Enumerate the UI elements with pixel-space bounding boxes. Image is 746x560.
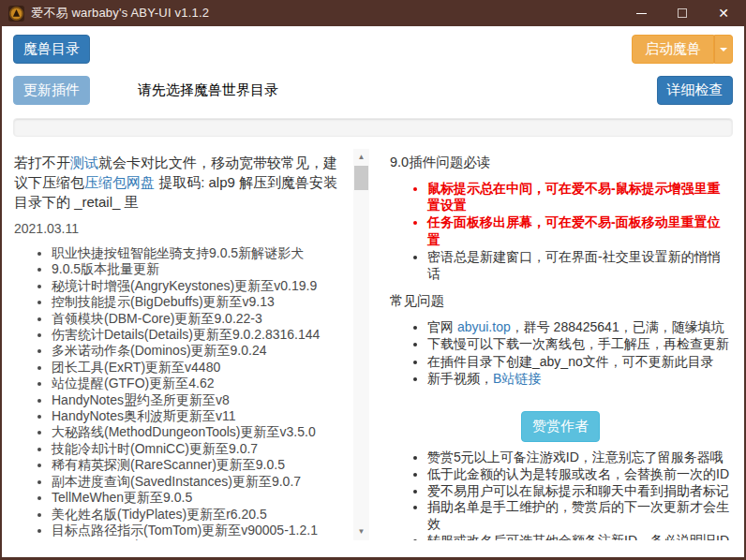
addon-update-list: 职业快捷按钮智能坐骑支持9.0.5新解谜影犬9.0.5版本批量更新秘境计时增强(… bbox=[14, 245, 347, 540]
scrollbar-thumb[interactable] bbox=[354, 166, 368, 190]
donate-row: 赞赏作者 bbox=[390, 411, 731, 442]
scroll-down-icon[interactable]: ▼ bbox=[353, 523, 369, 538]
faq-item: 官网 abyui.top，群号 288425641，已满，随缘填坑 bbox=[427, 318, 731, 335]
changelog-scrollbar[interactable]: ▲ ▼ bbox=[353, 149, 369, 540]
launch-wow-button[interactable]: 启动魔兽 bbox=[632, 35, 714, 64]
addon-update-item: 秘境计时增强(AngryKeystones)更新至v0.19.9 bbox=[52, 278, 347, 294]
addon-update-item: 目标点路径指示(TomTom)更新至v90005-1.2.1 bbox=[52, 523, 347, 538]
titlebar: 爱不易 warbaby's ABY-UI v1.1.2 ✕ bbox=[2, 0, 744, 26]
addon-update-item: 9.0.5版本批量更新 bbox=[52, 261, 347, 277]
addon-update-item: 稀有精英探测(RareScanner)更新至9.0.5 bbox=[52, 457, 347, 473]
must-read-list: 鼠标提示总在中间，可在爱不易-鼠标提示增强里重置设置任务面板移出屏幕，可在爱不易… bbox=[390, 180, 731, 282]
text-segment[interactable]: abyui.top bbox=[457, 319, 511, 334]
donate-note-item: 捐助名单是手工维护的，赞赏后的下一次更新才会生效 bbox=[427, 499, 731, 533]
faq-list: 官网 abyui.top，群号 288425641，已满，随缘填坑 下载慢可以下… bbox=[390, 318, 731, 387]
window-title: 爱不易 warbaby's ABY-UI v1.1.2 bbox=[31, 5, 209, 22]
changelog-panel: 若打不开测试就会卡对比文件，移动宽带较常见，建议下压缩包压缩包网盘 提取码: a… bbox=[13, 149, 369, 540]
text-segment: 下载慢可以下载一次离线包，手工解压，再检查更新 bbox=[427, 336, 729, 351]
text-segment: 官网 bbox=[427, 319, 457, 334]
must-read-item: 鼠标提示总在中间，可在爱不易-鼠标提示增强里重置设置 bbox=[427, 180, 731, 214]
donate-note-item: 爱不易用户可以在鼠标提示和聊天中看到捐助者标记 bbox=[427, 483, 731, 500]
addon-update-item: 职业快捷按钮智能坐骑支持9.0.5新解谜影犬 bbox=[52, 245, 347, 261]
addon-update-item: 首领模块(DBM-Core)更新至9.0.22-3 bbox=[52, 311, 347, 327]
faq-item: 下载慢可以下载一次离线包，手工解压，再检查更新 bbox=[427, 335, 731, 352]
app-window: 爱不易 warbaby's ABY-UI v1.1.2 ✕ 魔兽目录 启动魔兽 … bbox=[0, 0, 746, 560]
minimize-button[interactable] bbox=[620, 0, 662, 26]
text-segment: 在插件目录下创建_aby_no文件，可不更新此目录 bbox=[427, 354, 714, 369]
addon-update-item: 技能冷却计时(OmniCC)更新至9.0.7 bbox=[52, 441, 347, 457]
addon-update-item: WeakAura2更新至3.2.1 bbox=[52, 538, 347, 540]
help-panel: 9.0插件问题必读 鼠标提示总在中间，可在爱不易-鼠标提示增强里重置设置任务面板… bbox=[379, 149, 733, 540]
text-segment[interactable]: 测试 bbox=[70, 155, 98, 170]
addon-update-item: TellMeWhen更新至9.0.5 bbox=[52, 490, 347, 506]
caret-down-icon bbox=[720, 48, 727, 52]
app-logo-icon bbox=[8, 6, 24, 22]
donate-note-item: 转服或改名后可选其他金额备注新ID，务必说明旧ID bbox=[427, 533, 731, 540]
addon-update-item: 大秘路线(MethodDungeonTools)更新至v3.5.0 bbox=[52, 424, 347, 440]
minimize-icon bbox=[636, 13, 647, 14]
must-read-item: 任务面板移出屏幕，可在爱不易-面板移动里重置位置 bbox=[427, 214, 731, 247]
donate-note-item: 赞赏5元以上可备注游戏ID，注意别忘了留服务器哦 bbox=[427, 449, 731, 466]
faq-item: 新手视频，B站链接 bbox=[427, 370, 731, 387]
progress-bar bbox=[13, 118, 733, 137]
launch-dropdown-button[interactable] bbox=[714, 35, 733, 64]
toolbar-row-1: 魔兽目录 启动魔兽 bbox=[13, 35, 733, 64]
addon-update-item: 多米诺动作条(Dominos)更新至9.0.24 bbox=[52, 343, 347, 359]
addon-update-item: 团长工具(ExRT)更新至v4480 bbox=[52, 360, 347, 376]
window-controls: ✕ bbox=[620, 0, 744, 26]
scroll-up-icon[interactable]: ▲ bbox=[353, 149, 369, 164]
detail-check-button[interactable]: 详细检查 bbox=[657, 76, 733, 105]
addon-update-item: 伤害统计Details(Details)更新至9.0.2.8316.144 bbox=[52, 327, 347, 343]
addon-update-item: HandyNotes奥利波斯更新至v11 bbox=[52, 408, 347, 424]
addon-update-item: HandyNotes盟约圣所更新至v8 bbox=[52, 392, 347, 408]
faq-item: 在插件目录下创建_aby_no文件，可不更新此目录 bbox=[427, 353, 731, 370]
close-icon: ✕ bbox=[718, 7, 729, 20]
donate-button[interactable]: 赞赏作者 bbox=[521, 411, 600, 442]
maximize-button[interactable] bbox=[662, 0, 703, 26]
close-button[interactable]: ✕ bbox=[703, 0, 744, 26]
toolbar-row-2: 更新插件 请先选择魔兽世界目录 详细检查 bbox=[13, 76, 733, 105]
maximize-icon bbox=[678, 8, 687, 18]
addon-update-item: 美化姓名版(TidyPlates)更新至r6.20.5 bbox=[52, 507, 347, 523]
changelog-date: 2021.03.11 bbox=[14, 221, 347, 236]
wow-directory-button[interactable]: 魔兽目录 bbox=[13, 35, 90, 64]
addon-update-item: 站位提醒(GTFO)更新至4.62 bbox=[52, 376, 347, 391]
text-segment: 新手视频， bbox=[427, 371, 493, 386]
addon-update-item: 控制技能提示(BigDebuffs)更新至v9.13 bbox=[52, 294, 347, 310]
update-addons-button[interactable]: 更新插件 bbox=[13, 76, 90, 105]
must-read-item: 密语总是新建窗口，可在界面-社交里设置新的悄悄话 bbox=[427, 248, 731, 282]
status-message: 请先选择魔兽世界目录 bbox=[138, 81, 278, 99]
panels: 若打不开测试就会卡对比文件，移动宽带较常见，建议下压缩包压缩包网盘 提取码: a… bbox=[13, 149, 733, 540]
text-segment[interactable]: 压缩包网盘 bbox=[84, 174, 155, 190]
text-segment: 若打不开 bbox=[14, 155, 70, 170]
faq-title: 常见问题 bbox=[390, 291, 731, 310]
text-segment: ，群号 288425641，已满，随缘填坑 bbox=[511, 319, 724, 334]
donate-notes-list: 赞赏5元以上可备注游戏ID，注意别忘了留服务器哦低于此金额的认为是转服或改名，会… bbox=[390, 449, 731, 540]
launch-split-button: 启动魔兽 bbox=[632, 35, 733, 64]
must-read-title: 9.0插件问题必读 bbox=[390, 153, 731, 171]
text-segment[interactable]: B站链接 bbox=[493, 371, 541, 386]
donate-note-item: 低于此金额的认为是转服或改名，会替换前一次的ID bbox=[427, 466, 731, 483]
main-content: 魔兽目录 启动魔兽 更新插件 请先选择魔兽世界目录 详细检查 若打不开测试就会卡… bbox=[2, 35, 744, 540]
addon-update-item: 副本进度查询(SavedInstances)更新至9.0.7 bbox=[52, 474, 347, 490]
intro-paragraph: 若打不开测试就会卡对比文件，移动宽带较常见，建议下压缩包压缩包网盘 提取码: a… bbox=[14, 153, 347, 212]
